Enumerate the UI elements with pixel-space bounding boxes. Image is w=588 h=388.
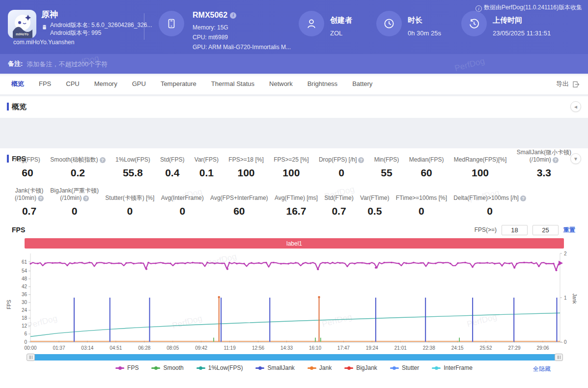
export-button[interactable]: 导出 bbox=[556, 74, 580, 94]
metric-help-icon[interactable]: ? bbox=[83, 195, 89, 201]
fps-section: FPS ▼ Avg(FPS)60Smooth(稳帧指数)?0.21%Low(FP… bbox=[0, 148, 588, 388]
tab-temperature[interactable]: Temperature bbox=[153, 74, 204, 94]
notes-bar: 备注: bbox=[0, 54, 588, 74]
svg-text:01:37: 01:37 bbox=[53, 345, 65, 351]
metric-value: 60 bbox=[210, 205, 268, 217]
device-memory: Memory: 15G bbox=[193, 24, 228, 31]
overview-title: 概览 bbox=[7, 102, 27, 111]
chart-range-scrollbar[interactable] bbox=[27, 354, 562, 360]
scrollbar-right-grip[interactable] bbox=[555, 354, 563, 361]
creator-value: ZOL bbox=[330, 29, 342, 37]
metric: FPS>=25 [%]100 bbox=[274, 148, 308, 179]
legend-item-smooth[interactable]: Smooth bbox=[151, 364, 183, 371]
svg-text:FPS: FPS bbox=[6, 300, 12, 309]
duration-icon bbox=[376, 11, 402, 36]
reset-link[interactable]: 重置 bbox=[563, 226, 575, 234]
metric-value: 0.7 bbox=[15, 205, 44, 217]
tab-battery[interactable]: Battery bbox=[345, 74, 380, 94]
metric-value: 0 bbox=[453, 205, 526, 217]
fps-section-title: FPS bbox=[7, 154, 26, 163]
metric: Std(FPS)0.4 bbox=[160, 148, 184, 179]
svg-text:24:15: 24:15 bbox=[451, 345, 464, 351]
legend-item-smalljank[interactable]: SmallJank bbox=[255, 364, 294, 371]
tab-brightness[interactable]: Brightness bbox=[300, 74, 345, 94]
device-gpu: GPU: ARM Mali-G720-Immortalis M... bbox=[193, 44, 291, 51]
chart-title: FPS bbox=[12, 226, 25, 234]
device-model: RMX5062i bbox=[193, 11, 236, 20]
metric: SmallJank(微小卡顿)(/10min)?3.3 bbox=[517, 148, 571, 179]
metric-value: 3.3 bbox=[517, 167, 571, 179]
fps-metrics-row-1: Avg(FPS)60Smooth(稳帧指数)?0.21%Low(FPS)55.8… bbox=[15, 148, 571, 179]
chart-legend: FPSSmooth1%Low(FPS)SmallJankJankBigJankS… bbox=[0, 364, 588, 371]
legend-item-jank[interactable]: Jank bbox=[308, 364, 332, 371]
svg-text:12:56: 12:56 bbox=[252, 345, 264, 351]
metric-value: 0 bbox=[105, 205, 154, 217]
device-icon bbox=[159, 11, 184, 36]
metric-help-icon[interactable]: ? bbox=[520, 195, 526, 201]
metric: Std(FTime)0.7 bbox=[324, 187, 354, 217]
upload-time-value: 23/05/2025 11:31:51 bbox=[493, 29, 551, 37]
metric-value: 16.7 bbox=[275, 205, 318, 217]
tab-gpu[interactable]: GPU bbox=[125, 74, 153, 94]
svg-text:25:52: 25:52 bbox=[480, 345, 492, 351]
tab-概览[interactable]: 概览 bbox=[4, 74, 31, 94]
hide-all-link[interactable]: 全隐藏 bbox=[533, 365, 551, 373]
tab-network[interactable]: Network bbox=[262, 74, 300, 94]
svg-text:27:29: 27:29 bbox=[508, 345, 521, 351]
tab-memory[interactable]: Memory bbox=[87, 74, 125, 94]
chart-label-banner: label1 bbox=[25, 238, 564, 249]
metric: Jank(卡顿)(/10min)?0.7 bbox=[15, 187, 44, 217]
legend-item-fps[interactable]: FPS bbox=[115, 364, 139, 371]
fps-chart[interactable]: 61544842363024181260210FPSJank00:0001:37… bbox=[4, 249, 584, 354]
overview-collapse-button[interactable]: ◄ bbox=[570, 101, 581, 112]
metric: Smooth(稳帧指数)?0.2 bbox=[50, 148, 105, 179]
metric-value: 0 bbox=[161, 205, 204, 217]
fps-metrics-row-2: Jank(卡顿)(/10min)?0.7BigJank(严重卡顿)(/10min… bbox=[15, 187, 526, 217]
legend-item-1-low-fps-[interactable]: 1%Low(FPS) bbox=[196, 364, 243, 371]
metric-help-icon[interactable]: ? bbox=[100, 157, 106, 163]
metric: Var(FPS)0.1 bbox=[195, 148, 219, 179]
svg-text:2: 2 bbox=[564, 251, 567, 256]
metric: Avg(FPS)60 bbox=[15, 148, 40, 179]
svg-text:04:51: 04:51 bbox=[110, 345, 122, 351]
fps-threshold-input-2[interactable] bbox=[532, 225, 559, 235]
metric: FPS>=18 [%]100 bbox=[228, 148, 263, 179]
tab-fps[interactable]: FPS bbox=[31, 74, 58, 94]
svg-text:1: 1 bbox=[564, 295, 567, 301]
collect-version-info: i数据由PerfDog(11.0.241116)版本收集 bbox=[476, 3, 582, 12]
metric: Stutter(卡顿率) [%]0 bbox=[105, 187, 154, 217]
tab-thermal-status[interactable]: Thermal Status bbox=[204, 74, 262, 94]
svg-text:22:38: 22:38 bbox=[423, 345, 435, 351]
metric-value: 100 bbox=[274, 167, 308, 179]
metric-help-icon[interactable]: ? bbox=[358, 157, 364, 163]
device-info-icon[interactable]: i bbox=[230, 12, 236, 19]
creator-label: 创建者 bbox=[330, 16, 352, 25]
creator-icon bbox=[299, 11, 324, 36]
svg-text:18: 18 bbox=[22, 315, 28, 321]
metric-value: 0.1 bbox=[195, 167, 219, 179]
tab-bar: 概览FPSCPUMemoryGPUTemperatureThermal Stat… bbox=[0, 74, 588, 94]
notes-input[interactable] bbox=[27, 60, 282, 68]
overview-section: 概览 ◄ bbox=[0, 96, 588, 118]
legend-item-interframe[interactable]: InterFrame bbox=[432, 364, 473, 371]
notes-label: 备注: bbox=[8, 59, 23, 68]
metric-value: 0 bbox=[50, 205, 99, 217]
svg-text:11:19: 11:19 bbox=[224, 345, 236, 351]
fps-threshold-label: FPS(>=) bbox=[475, 226, 497, 233]
fps-threshold-input-1[interactable] bbox=[502, 225, 528, 235]
svg-text:06:28: 06:28 bbox=[138, 345, 150, 351]
metric-help-icon[interactable]: ? bbox=[38, 195, 44, 201]
scrollbar-left-grip[interactable] bbox=[27, 354, 35, 361]
tab-cpu[interactable]: CPU bbox=[58, 74, 86, 94]
svg-text:21:01: 21:01 bbox=[394, 345, 407, 351]
svg-text:16:10: 16:10 bbox=[309, 345, 321, 351]
android-icon bbox=[41, 24, 48, 30]
legend-item-stutter[interactable]: Stutter bbox=[390, 364, 419, 371]
svg-text:0: 0 bbox=[564, 339, 567, 345]
legend-item-bigjank[interactable]: BigJank bbox=[344, 364, 377, 371]
metric-help-icon[interactable]: ? bbox=[553, 157, 559, 163]
metric-value: 60 bbox=[409, 167, 444, 179]
upload-time-label: 上传时间 bbox=[493, 16, 522, 25]
fps-collapse-button[interactable]: ▼ bbox=[570, 153, 581, 164]
svg-text:12: 12 bbox=[22, 323, 28, 329]
